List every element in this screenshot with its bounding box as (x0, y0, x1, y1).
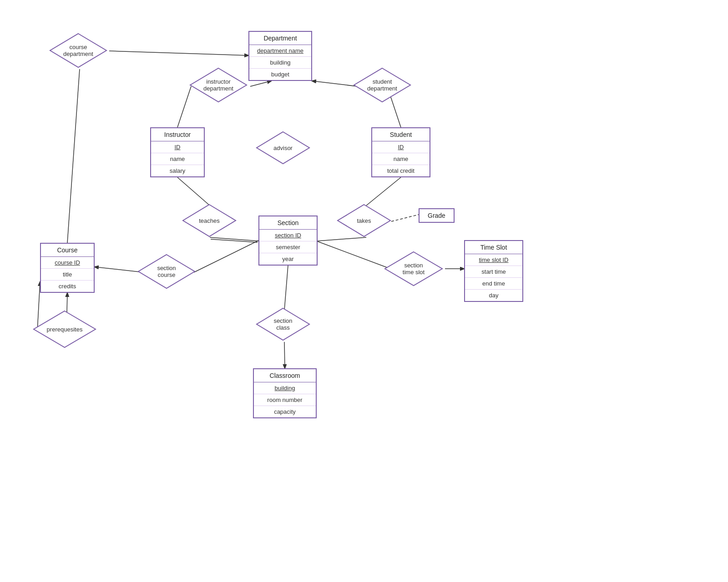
svg-line-6 (177, 177, 210, 206)
diamond-advisor-label: advisor (273, 145, 293, 151)
grade-label: Grade (428, 212, 445, 219)
entity-course-title: Course (41, 244, 94, 257)
entity-section: Section section ID semester year (258, 216, 318, 266)
entity-department: Department department name building budg… (248, 31, 312, 81)
svg-line-9 (366, 177, 401, 206)
svg-line-12 (194, 241, 258, 272)
svg-line-7 (210, 237, 258, 241)
entity-section-attr-id: section ID (259, 230, 317, 241)
diamond-prerequesites-label: prerequesites (47, 326, 83, 333)
entity-section-title: Section (259, 216, 317, 230)
entity-student-title: Student (372, 128, 430, 141)
svg-line-0 (109, 51, 248, 55)
entity-timeslot-attr-start: start time (465, 266, 522, 278)
diamond-section-class-label: sectionclass (273, 317, 292, 331)
entity-course: Course course ID title credits (40, 243, 95, 293)
diamond-advisor: advisor (256, 131, 310, 165)
diamond-instructor-department: instructordepartment (189, 67, 248, 103)
entity-instructor: Instructor ID name salary (150, 127, 205, 177)
entity-classroom-attr-room: room number (254, 394, 316, 406)
entity-student: Student ID name total credit (371, 127, 430, 177)
entity-department-attr-name: department name (249, 45, 311, 57)
svg-line-1 (67, 69, 80, 243)
entity-student-attr-credit: total credit (372, 165, 430, 176)
entity-timeslot-attr-end: end time (465, 278, 522, 290)
entity-instructor-attr-salary: salary (151, 165, 204, 176)
diamond-section-timeslot: sectiontime slot (384, 251, 443, 286)
svg-line-17 (284, 342, 285, 368)
entity-classroom: Classroom building room number capacity (253, 368, 317, 418)
entity-department-title: Department (249, 32, 311, 45)
svg-line-16 (284, 266, 288, 310)
entity-classroom-attr-building: building (254, 382, 316, 394)
diamond-course-department: coursedepartment (49, 33, 107, 68)
entity-classroom-attr-capacity: capacity (254, 406, 316, 417)
diamond-takes-label: takes (357, 217, 371, 224)
entity-instructor-attr-id: ID (151, 141, 204, 153)
svg-line-10 (318, 237, 366, 241)
svg-line-14 (318, 241, 390, 269)
diamond-section-class: sectionclass (256, 307, 310, 341)
entity-course-attr-id: course ID (41, 257, 94, 269)
diamond-instructor-department-label: instructordepartment (203, 78, 233, 92)
svg-line-2 (250, 81, 271, 86)
entity-instructor-title: Instructor (151, 128, 204, 141)
svg-line-11 (391, 215, 419, 221)
diamond-student-department-label: studentdepartment (367, 78, 397, 92)
svg-line-13 (95, 267, 144, 272)
diamond-teaches-label: teaches (199, 217, 220, 224)
entity-instructor-attr-name: name (151, 153, 204, 165)
entity-section-attr-year: year (259, 253, 317, 265)
entity-timeslot: Time Slot time slot ID start time end ti… (464, 240, 523, 302)
entity-classroom-title: Classroom (254, 369, 316, 382)
diamond-prerequesites: prerequesites (33, 310, 96, 348)
diamond-section-timeslot-label: sectiontime slot (403, 262, 425, 276)
entity-timeslot-attr-day: day (465, 290, 522, 301)
entity-student-attr-id: ID (372, 141, 430, 153)
svg-line-8 (211, 239, 258, 242)
diamond-section-course: sectioncourse (137, 254, 196, 289)
diamond-takes: takes (337, 204, 391, 237)
svg-line-4 (312, 81, 358, 86)
entity-timeslot-title: Time Slot (465, 241, 522, 254)
entity-student-attr-name: name (372, 153, 430, 165)
entity-section-attr-semester: semester (259, 241, 317, 253)
entity-department-attr-building: building (249, 57, 311, 69)
entity-timeslot-attr-id: time slot ID (465, 254, 522, 266)
diamond-student-department: studentdepartment (353, 67, 411, 103)
diamond-teaches: teaches (182, 204, 237, 237)
entity-course-attr-title: title (41, 269, 94, 281)
diamond-course-department-label: coursedepartment (63, 44, 93, 57)
entity-department-attr-budget: budget (249, 69, 311, 80)
diamond-section-course-label: sectioncourse (157, 265, 176, 278)
entity-course-attr-credits: credits (41, 281, 94, 292)
er-diagram: Department department name building budg… (0, 0, 728, 582)
grade-box: Grade (419, 208, 455, 223)
